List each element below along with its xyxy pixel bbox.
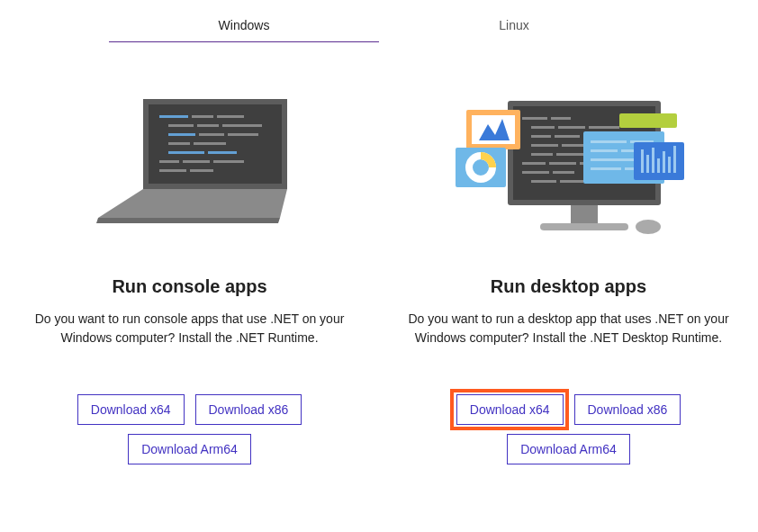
svg-rect-24 bbox=[522, 117, 547, 120]
svg-rect-11 bbox=[168, 142, 190, 145]
svg-rect-36 bbox=[522, 162, 546, 165]
desktop-title: Run desktop apps bbox=[491, 276, 646, 297]
svg-rect-19 bbox=[190, 169, 213, 172]
svg-rect-17 bbox=[213, 160, 244, 163]
desktop-monitor-icon bbox=[443, 92, 695, 254]
svg-rect-65 bbox=[657, 158, 660, 173]
download-x86-desktop-button[interactable]: Download x86 bbox=[574, 394, 681, 425]
svg-rect-58 bbox=[591, 158, 636, 161]
svg-rect-13 bbox=[168, 151, 204, 154]
svg-rect-54 bbox=[591, 140, 627, 143]
svg-rect-41 bbox=[531, 180, 556, 183]
svg-rect-44 bbox=[571, 205, 598, 223]
os-tabs: Windows Linux bbox=[0, 0, 758, 42]
svg-rect-9 bbox=[199, 133, 224, 136]
svg-rect-30 bbox=[555, 135, 580, 138]
console-buttons-row2: Download Arm64 bbox=[128, 434, 251, 464]
svg-rect-2 bbox=[159, 115, 188, 118]
svg-rect-34 bbox=[531, 153, 553, 156]
download-arm64-console-button[interactable]: Download Arm64 bbox=[128, 434, 251, 464]
svg-rect-33 bbox=[562, 144, 585, 147]
svg-rect-64 bbox=[652, 148, 654, 173]
svg-rect-14 bbox=[208, 151, 237, 154]
console-title: Run console apps bbox=[112, 276, 266, 297]
svg-rect-18 bbox=[159, 169, 186, 172]
tab-windows[interactable]: Windows bbox=[109, 9, 379, 42]
svg-rect-52 bbox=[619, 113, 677, 128]
desktop-illustration bbox=[443, 42, 695, 276]
laptop-code-icon bbox=[82, 92, 298, 254]
console-desc: Do you want to run console apps that use… bbox=[19, 310, 361, 347]
svg-rect-39 bbox=[522, 171, 549, 174]
svg-rect-3 bbox=[192, 115, 213, 118]
svg-rect-29 bbox=[531, 135, 551, 138]
svg-marker-21 bbox=[96, 218, 280, 223]
svg-rect-6 bbox=[197, 124, 219, 127]
svg-rect-27 bbox=[558, 126, 585, 129]
content-columns: Run console apps Do you want to run cons… bbox=[0, 42, 758, 464]
svg-rect-66 bbox=[663, 151, 665, 173]
svg-rect-67 bbox=[668, 157, 671, 173]
svg-rect-5 bbox=[168, 124, 194, 127]
svg-rect-28 bbox=[589, 126, 619, 129]
svg-rect-40 bbox=[553, 171, 574, 174]
svg-rect-62 bbox=[641, 149, 644, 173]
svg-rect-10 bbox=[228, 133, 258, 136]
svg-rect-37 bbox=[549, 162, 576, 165]
console-buttons-row1: Download x64 Download x86 bbox=[77, 394, 302, 425]
desktop-buttons-row1: Download x64 Download x86 bbox=[456, 394, 681, 425]
svg-rect-59 bbox=[591, 167, 621, 170]
svg-rect-15 bbox=[159, 160, 179, 163]
svg-rect-56 bbox=[591, 149, 618, 152]
svg-rect-35 bbox=[556, 153, 587, 156]
svg-rect-7 bbox=[222, 124, 262, 127]
svg-rect-25 bbox=[551, 117, 571, 120]
svg-marker-20 bbox=[98, 189, 287, 218]
svg-rect-63 bbox=[646, 155, 649, 173]
laptop-illustration bbox=[82, 42, 298, 276]
svg-rect-42 bbox=[560, 180, 583, 183]
download-x64-console-button[interactable]: Download x64 bbox=[77, 394, 185, 425]
svg-rect-12 bbox=[194, 142, 226, 145]
column-console: Run console apps Do you want to run cons… bbox=[0, 42, 379, 464]
svg-rect-4 bbox=[217, 115, 244, 118]
svg-rect-8 bbox=[168, 133, 195, 136]
download-x86-console-button[interactable]: Download x86 bbox=[195, 394, 302, 425]
highlighted-download: Download x64 bbox=[456, 394, 564, 425]
download-x64-desktop-button[interactable]: Download x64 bbox=[456, 394, 564, 425]
column-desktop: Run desktop apps Do you want to run a de… bbox=[379, 42, 758, 464]
svg-rect-16 bbox=[183, 160, 210, 163]
tab-linux[interactable]: Linux bbox=[379, 9, 649, 42]
svg-rect-68 bbox=[673, 146, 676, 173]
desktop-desc: Do you want to run a desktop app that us… bbox=[398, 310, 740, 347]
svg-rect-32 bbox=[531, 144, 558, 147]
svg-point-46 bbox=[636, 220, 661, 234]
svg-rect-45 bbox=[540, 223, 628, 230]
svg-rect-26 bbox=[531, 126, 555, 129]
download-arm64-desktop-button[interactable]: Download Arm64 bbox=[507, 434, 630, 464]
desktop-buttons-row2: Download Arm64 bbox=[507, 434, 630, 464]
